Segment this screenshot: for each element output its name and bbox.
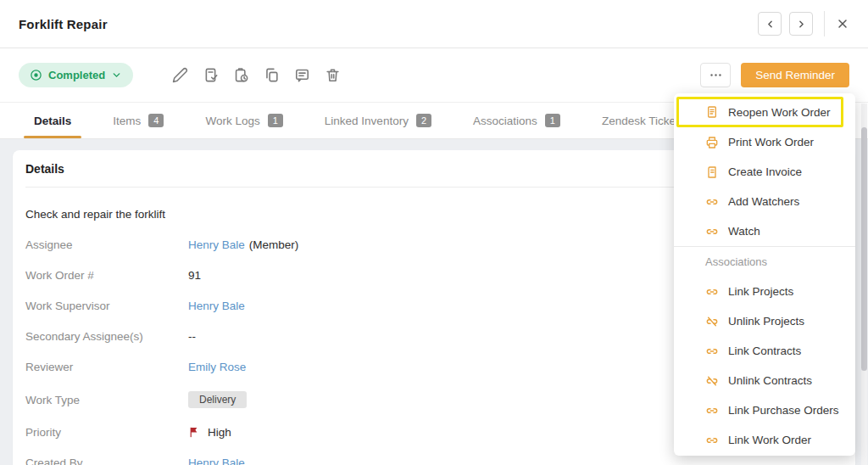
tab-label: Linked Inventory [325, 115, 409, 127]
copy-button[interactable] [262, 65, 282, 86]
tab-label: Work Logs [205, 115, 259, 127]
comment-icon [294, 67, 310, 83]
copy-icon [264, 67, 280, 83]
menu-item-label: Reopen Work Order [728, 106, 831, 119]
annotation-highlight-box: Reopen Work Order [676, 97, 843, 127]
field-label: Work Order # [25, 269, 188, 282]
invoice-icon [705, 165, 719, 179]
menu-item-label: Link Contracts [728, 345, 801, 357]
printer-icon [705, 136, 719, 149]
menu-item-label: Unlink Projects [728, 315, 804, 328]
menu-item-print-work-order[interactable]: Print Work Order [674, 127, 855, 157]
field-label: Work Supervisor [25, 300, 188, 312]
schedule-icon [233, 67, 249, 83]
menu-item-reopen-work-order[interactable]: Reopen Work Order [679, 99, 841, 125]
created-by-link[interactable]: Henry Bale [188, 457, 245, 465]
tab-label: Associations [473, 115, 537, 127]
priority-label: High [208, 426, 231, 439]
delete-button[interactable] [323, 65, 343, 86]
task-check-icon [203, 67, 219, 83]
link-icon [705, 285, 719, 299]
assignee-link[interactable]: Henry Bale [188, 238, 245, 251]
assignee-role: (Member) [249, 238, 299, 251]
menu-item-label: Link Projects [728, 285, 793, 298]
comment-button[interactable] [292, 65, 313, 86]
header-divider [824, 11, 825, 36]
tab-linked-inventory[interactable]: Linked Inventory 2 [314, 103, 442, 138]
tab-count-badge: 1 [268, 114, 283, 127]
field-label: Created By [25, 457, 188, 465]
send-reminder-button[interactable]: Send Reminder [741, 63, 849, 87]
tab-details[interactable]: Details [24, 103, 81, 138]
chevron-down-icon [111, 70, 122, 81]
menu-item-link-projects[interactable]: Link Projects [674, 277, 855, 306]
more-actions-menu: Reopen Work Order Print Work Order Creat… [674, 93, 855, 456]
unlink-icon [705, 315, 719, 328]
delete-icon [325, 67, 341, 83]
menu-item-label: Unlink Contracts [728, 374, 812, 387]
field-label: Secondary Assignee(s) [25, 330, 188, 343]
tab-count-badge: 4 [148, 114, 164, 127]
close-icon [836, 17, 849, 31]
field-label: Reviewer [25, 361, 188, 373]
status-label: Completed [48, 69, 105, 81]
ellipsis-icon [709, 68, 723, 82]
header-actions [758, 11, 849, 36]
field-label: Assignee [25, 238, 188, 251]
window-header: Forklift Repair [0, 0, 868, 48]
tab-count-badge: 2 [416, 114, 431, 127]
close-button[interactable] [836, 17, 849, 31]
work-order-detail-screen: Forklift Repair Completed [0, 0, 868, 465]
menu-item-watch[interactable]: Watch [674, 216, 855, 246]
edit-icon [172, 67, 188, 83]
link-icon [705, 195, 719, 209]
reviewer-link[interactable]: Emily Rose [188, 361, 246, 373]
document-icon [705, 105, 719, 119]
menu-item-label: Add Watchers [728, 195, 799, 208]
tab-items[interactable]: Items 4 [103, 103, 174, 138]
priority-value: High [188, 426, 231, 439]
work-type-chip: Delivery [188, 391, 247, 408]
link-icon [705, 404, 719, 417]
link-icon [705, 434, 719, 447]
task-check-button[interactable] [201, 65, 221, 86]
previous-record-button[interactable] [758, 12, 782, 36]
secondary-assignees-value: -- [188, 330, 196, 343]
tab-count-badge: 1 [545, 114, 560, 127]
tab-label: Items [113, 115, 141, 127]
menu-item-link-work-order[interactable]: Link Work Order [674, 425, 855, 455]
menu-item-create-invoice[interactable]: Create Invoice [674, 157, 855, 187]
tab-label: Details [34, 115, 71, 127]
menu-section-associations: Associations [674, 247, 855, 277]
scrollbar-thumb[interactable] [861, 127, 867, 371]
schedule-button[interactable] [231, 65, 252, 86]
link-icon [705, 225, 719, 238]
chevron-right-icon [796, 19, 807, 30]
tab-work-logs[interactable]: Work Logs 1 [195, 103, 292, 138]
tab-associations[interactable]: Associations 1 [463, 103, 570, 138]
menu-item-label: Print Work Order [728, 136, 814, 148]
toolbar-icons [170, 65, 343, 86]
field-label: Work Type [25, 394, 188, 406]
edit-button[interactable] [170, 65, 191, 86]
more-actions-button[interactable] [700, 63, 731, 87]
next-record-button[interactable] [789, 12, 813, 36]
menu-item-link-contracts[interactable]: Link Contracts [674, 336, 855, 366]
menu-item-unlink-contracts[interactable]: Unlink Contracts [674, 366, 855, 395]
menu-item-add-watchers[interactable]: Add Watchers [674, 187, 855, 216]
field-label: Priority [25, 426, 188, 439]
status-circle-icon [30, 69, 42, 81]
menu-item-label: Create Invoice [728, 165, 802, 178]
flag-icon [188, 426, 201, 439]
menu-item-link-purchase-orders[interactable]: Link Purchase Orders [674, 395, 855, 425]
menu-item-unlink-projects[interactable]: Unlink Projects [674, 306, 855, 336]
chevron-left-icon [765, 19, 776, 30]
tab-label: Zendesk Tickets [602, 115, 685, 127]
work-order-number: 91 [188, 269, 201, 282]
field-row-created-by: Created By Henry Bale [25, 457, 843, 465]
link-icon [705, 345, 719, 358]
menu-item-label: Link Work Order [728, 434, 811, 446]
menu-item-label: Link Purchase Orders [728, 404, 839, 417]
status-dropdown[interactable]: Completed [19, 63, 133, 87]
work-supervisor-link[interactable]: Henry Bale [188, 300, 245, 312]
